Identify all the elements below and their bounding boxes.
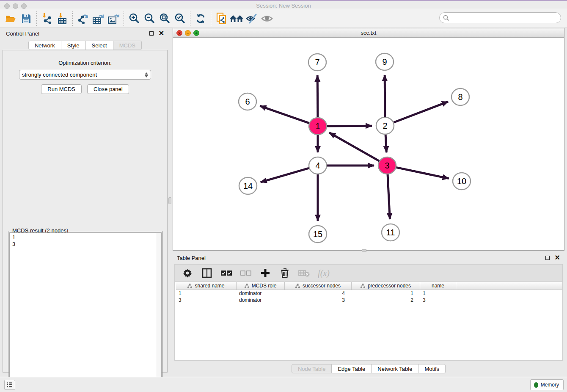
network-graph[interactable]: 7968124314101511 — [173, 38, 564, 250]
splitter-grip[interactable] — [168, 197, 171, 204]
zoom-selected-icon — [174, 13, 186, 25]
graph-node-3[interactable]: 3 — [378, 157, 396, 174]
graph-edge-2-3[interactable] — [385, 134, 386, 152]
table-row[interactable]: 3dominator323 — [176, 297, 562, 304]
search-input[interactable] — [449, 15, 557, 21]
graph-node-4[interactable]: 4 — [309, 157, 327, 174]
graph-edge-2-8[interactable] — [393, 102, 448, 123]
delete-table-icon — [298, 269, 310, 277]
delete-column-button[interactable] — [279, 267, 291, 279]
tab-motifs[interactable]: Motifs — [418, 364, 446, 373]
zoom-fit-button[interactable] — [157, 11, 172, 26]
close-panel-button[interactable]: Close panel — [87, 84, 129, 94]
clone-network-button[interactable] — [214, 11, 229, 26]
mcds-result-scrollbar[interactable] — [156, 233, 161, 391]
create-column-button[interactable] — [259, 267, 271, 279]
first-neighbors-button[interactable] — [229, 11, 244, 26]
unchecked-boxes-icon — [240, 270, 251, 276]
tab-style[interactable]: Style — [61, 41, 86, 50]
node-table-header: shared nameMCDS rolesuccessor nodesprede… — [176, 282, 562, 290]
graph-node-2[interactable]: 2 — [376, 117, 394, 134]
graph-node-10[interactable]: 10 — [453, 173, 471, 190]
graph-edge-1-7[interactable] — [317, 75, 318, 118]
graph-edge-4-14[interactable] — [261, 168, 310, 182]
apply-layout-button[interactable] — [193, 11, 208, 26]
status-bar: Memory — [0, 377, 567, 392]
graph-node-15[interactable]: 15 — [309, 226, 327, 243]
export-table-button[interactable] — [91, 11, 106, 26]
column-header-shared-name[interactable]: shared name — [176, 282, 237, 290]
tab-network[interactable]: Network — [28, 41, 61, 50]
graph-node-14[interactable]: 14 — [239, 177, 257, 194]
graph-node-8[interactable]: 8 — [451, 88, 469, 105]
control-panel-title: Control Panel — [6, 30, 39, 37]
graph-node-11[interactable]: 11 — [382, 224, 399, 241]
save-session-button[interactable] — [19, 11, 34, 26]
window-title: Session: New Session — [0, 3, 567, 9]
svg-text:2: 2 — [383, 121, 387, 130]
tab-network-table[interactable]: Network Table — [372, 364, 418, 373]
graph-node-9[interactable]: 9 — [376, 53, 394, 70]
hide-selected-button[interactable] — [244, 11, 259, 26]
task-history-button[interactable] — [4, 380, 15, 390]
eye-slash-icon — [245, 14, 258, 24]
run-mcds-button[interactable]: Run MCDS — [41, 84, 82, 94]
column-sort-icon — [295, 284, 300, 288]
network-window-titlebar[interactable]: x − + scc.txt — [173, 28, 564, 38]
column-selector-button[interactable] — [201, 267, 213, 279]
node-table: shared nameMCDS rolesuccessor nodesprede… — [174, 282, 563, 361]
horizontal-splitter-grip[interactable] — [362, 249, 366, 252]
column-header-name[interactable]: name — [420, 282, 456, 290]
svg-text:8: 8 — [458, 92, 462, 102]
table-toolbar: f(x) — [174, 264, 563, 282]
graph-edge-1-6[interactable] — [260, 106, 310, 124]
export-network-button[interactable] — [75, 11, 91, 26]
search-field[interactable] — [439, 12, 561, 23]
column-header-successor-nodes[interactable]: successor nodes — [285, 282, 352, 290]
select-all-columns-button[interactable] — [220, 267, 232, 279]
svg-text:9: 9 — [382, 57, 387, 66]
zoom-selected-button[interactable] — [172, 11, 187, 26]
svg-text:7: 7 — [315, 58, 319, 67]
graph-edge-3-10[interactable] — [395, 167, 449, 179]
svg-text:6: 6 — [245, 97, 250, 106]
tab-edge-table[interactable]: Edge Table — [332, 364, 372, 373]
graph-node-6[interactable]: 6 — [239, 93, 256, 110]
tab-select[interactable]: Select — [86, 41, 113, 50]
mcds-result-textarea[interactable]: 13 — [9, 232, 162, 391]
memory-button[interactable]: Memory — [530, 379, 564, 390]
open-session-button[interactable] — [3, 11, 19, 26]
graph-node-1[interactable]: 1 — [309, 118, 327, 135]
optimization-criterion-value: strongly connected component — [22, 72, 97, 78]
show-all-button[interactable] — [259, 11, 275, 26]
zoom-in-button[interactable] — [127, 11, 142, 26]
column-label: name — [432, 283, 444, 289]
graph-edge-2-9[interactable] — [385, 75, 385, 118]
table-panel-close-icon[interactable]: ✕ — [555, 256, 560, 260]
tab-node-table[interactable]: Node Table — [292, 364, 332, 373]
optimization-criterion-select[interactable]: strongly connected component — [19, 70, 151, 80]
import-table-button[interactable] — [55, 11, 70, 26]
export-image-button[interactable] — [106, 11, 121, 26]
export-image-icon — [107, 13, 120, 25]
zoom-out-button[interactable] — [142, 11, 157, 26]
import-network-button[interactable] — [39, 11, 55, 26]
deselect-all-columns-button[interactable] — [240, 267, 252, 279]
graph-edge-3-1[interactable] — [329, 133, 380, 161]
graph-edge-1-2[interactable] — [326, 126, 372, 126]
graph-node-7[interactable]: 7 — [308, 54, 326, 71]
graph-edge-3-11[interactable] — [388, 174, 390, 219]
column-header-predecessor-nodes[interactable]: predecessor nodes — [352, 282, 420, 290]
toolbar-separator — [72, 11, 73, 26]
table-row[interactable]: 1dominator411 — [176, 290, 562, 297]
table-panel-float-icon[interactable] — [545, 256, 550, 260]
table-settings-button[interactable] — [182, 267, 193, 279]
tab-mcds[interactable]: MCDS — [113, 41, 142, 50]
main-toolbar — [0, 9, 567, 28]
column-header-MCDS-role[interactable]: MCDS role — [237, 282, 285, 290]
control-panel-close-icon[interactable]: ✕ — [159, 31, 164, 36]
column-sort-icon — [361, 284, 365, 288]
column-label: MCDS role — [252, 283, 277, 289]
vertical-splitter[interactable] — [168, 28, 171, 374]
control-panel-float-icon[interactable] — [149, 31, 154, 36]
